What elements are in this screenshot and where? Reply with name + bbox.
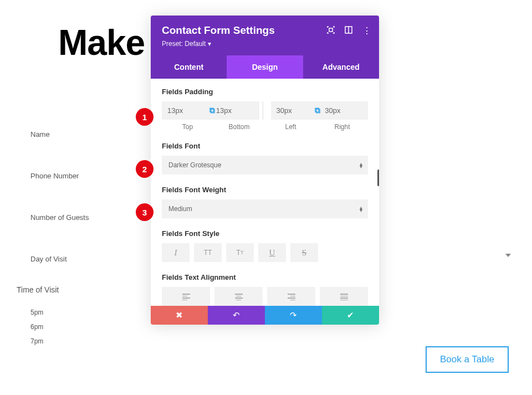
strikethrough-button[interactable]: S	[290, 243, 318, 262]
fields-font-group: Fields Font Darker Grotesque ▴▾	[162, 142, 368, 175]
panel-tabs: Content Design Advanced	[151, 55, 379, 79]
link-icon[interactable]: ⧉	[315, 106, 320, 115]
snap-icon[interactable]	[345, 26, 352, 35]
settings-panel: Contact Form Settings Preset: Default ▾ …	[151, 16, 379, 325]
underline-button[interactable]: U	[258, 243, 286, 262]
callout-2: 2	[136, 160, 154, 178]
padding-right-input[interactable]	[319, 101, 368, 120]
tab-advanced[interactable]: Advanced	[303, 55, 379, 79]
align-justify-button[interactable]	[320, 287, 368, 306]
time-option[interactable]: 5pm	[30, 309, 59, 316]
fields-font-style-label: Fields Font Style	[162, 229, 368, 238]
time-option[interactable]: 6pm	[30, 323, 59, 331]
cancel-button[interactable]: ✖	[151, 306, 208, 325]
time-option[interactable]: 7pm	[30, 337, 59, 345]
tab-content[interactable]: Content	[151, 55, 227, 79]
padding-top-input[interactable]	[162, 101, 211, 120]
save-button[interactable]: ✔	[322, 306, 379, 325]
panel-footer: ✖ ↶ ↷ ✔	[151, 306, 379, 325]
time-options: 5pm 6pm 7pm	[17, 309, 59, 345]
fields-text-alignment-label: Fields Text Alignment	[162, 273, 368, 281]
label-phone: Phone Number	[30, 172, 89, 180]
link-icon[interactable]: ⧉	[209, 106, 215, 115]
fields-text-alignment-group: Fields Text Alignment	[162, 273, 368, 306]
select-caret-icon: ▴▾	[360, 162, 361, 168]
italic-button[interactable]: I	[162, 243, 190, 262]
dropdown-caret-icon[interactable]	[505, 254, 511, 257]
fields-font-style-group: Fields Font Style I TT TT U S	[162, 229, 368, 262]
panel-preset[interactable]: Preset: Default ▾	[162, 40, 368, 48]
label-guests: Number of Guests	[30, 213, 89, 222]
select-caret-icon: ▴▾	[360, 206, 361, 212]
fields-font-weight-select[interactable]: Medium ▴▾	[162, 199, 368, 218]
fields-font-weight-value: Medium	[168, 205, 192, 213]
redo-button[interactable]: ↷	[265, 306, 322, 325]
time-section-title: Time of Visit	[17, 285, 59, 294]
fields-padding-label: Fields Padding	[162, 88, 368, 96]
tab-design[interactable]: Design	[227, 55, 303, 79]
padding-bottom-input[interactable]	[211, 101, 259, 120]
form-field-labels: Name Phone Number Number of Guests Day o…	[30, 130, 89, 296]
callout-3: 3	[136, 203, 154, 221]
padding-label-right: Right	[316, 123, 368, 131]
book-table-button[interactable]: Book a Table	[426, 346, 509, 373]
fields-padding-group: Fields Padding ⧉ ⧉ Top Bottom Left Right	[162, 88, 368, 131]
more-icon[interactable]: ⋮	[362, 25, 371, 36]
padding-label-top: Top	[162, 123, 213, 131]
padding-label-bottom: Bottom	[213, 123, 265, 131]
resize-handle[interactable]	[377, 170, 379, 186]
fields-font-weight-label: Fields Font Weight	[162, 186, 368, 194]
uppercase-button[interactable]: TT	[194, 243, 222, 262]
capitalize-button[interactable]: TT	[226, 243, 254, 262]
callout-1: 1	[136, 108, 154, 126]
panel-body: Fields Padding ⧉ ⧉ Top Bottom Left Right	[151, 79, 379, 306]
padding-left-input[interactable]	[271, 101, 320, 120]
svg-rect-0	[329, 28, 332, 32]
fields-font-label: Fields Font	[162, 142, 368, 150]
label-name: Name	[30, 130, 89, 138]
label-day: Day of Visit	[30, 255, 89, 263]
fields-font-select[interactable]: Darker Grotesque ▴▾	[162, 156, 368, 175]
undo-button[interactable]: ↶	[208, 306, 265, 325]
padding-label-left: Left	[265, 123, 316, 131]
fields-font-value: Darker Grotesque	[168, 161, 221, 169]
align-center-button[interactable]	[214, 287, 263, 306]
time-of-visit-section: Time of Visit 5pm 6pm 7pm	[17, 285, 59, 352]
align-right-button[interactable]	[267, 287, 315, 306]
panel-header: Contact Form Settings Preset: Default ▾ …	[151, 16, 379, 55]
align-left-button[interactable]	[162, 287, 210, 306]
expand-icon[interactable]	[327, 26, 335, 35]
fields-font-weight-group: Fields Font Weight Medium ▴▾	[162, 186, 368, 218]
